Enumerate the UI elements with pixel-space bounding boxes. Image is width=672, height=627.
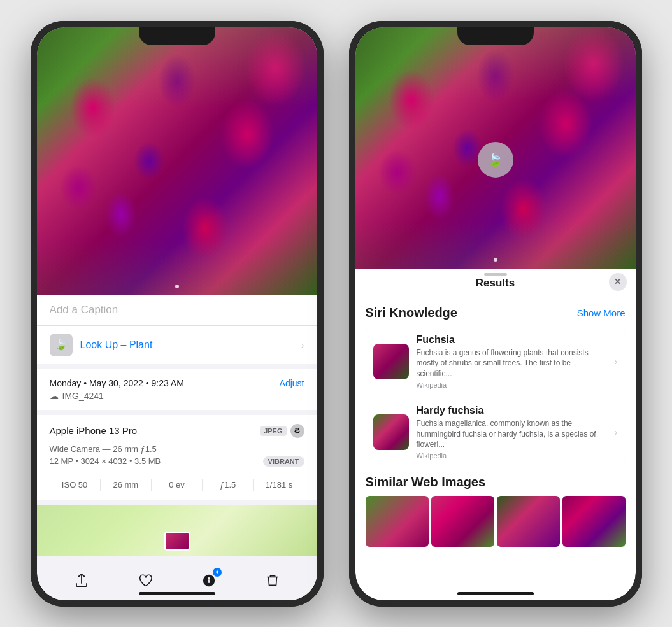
web-images-grid (366, 496, 626, 547)
green-background (37, 27, 317, 295)
exif-shutter: 1/181 s (254, 479, 304, 491)
meta-date: Monday • May 30, 2022 • 9:23 AM (50, 378, 184, 388)
lookup-icon: 🍃 (50, 334, 73, 356)
info-badge: ✦ (213, 568, 222, 577)
meta-filename-row: ☁ IMG_4241 (50, 391, 304, 401)
map-mini-photo (164, 532, 190, 551)
favorite-button[interactable] (131, 567, 159, 595)
home-indicator (139, 592, 215, 595)
chevron-fuchsia: › (615, 356, 618, 367)
caption-placeholder: Add a Caption (50, 304, 118, 316)
results-content: Siri Knowledge Show More Fuchsia Fuchsia… (355, 295, 636, 558)
mp-row: 12 MP • 3024 × 4032 • 3.5 MB VIBRANT (50, 456, 304, 467)
fuchsia-source: Wikipedia (417, 381, 607, 389)
caption-area[interactable]: Add a Caption (37, 295, 317, 326)
web-image-4[interactable] (562, 496, 626, 547)
phone-2-screen: 🍃 Results ✕ Siri Knowledge Show More (355, 27, 636, 600)
photo-section-2: 🍃 (355, 27, 636, 269)
map-section[interactable] (37, 505, 317, 556)
camera-spec: Wide Camera — 26 mm ƒ1.5 (50, 444, 304, 454)
results-title: Results (476, 277, 515, 290)
drag-handle[interactable] (484, 273, 507, 276)
device-name: Apple iPhone 13 Pro (50, 425, 138, 436)
hardy-source: Wikipedia (417, 452, 607, 460)
badges-row: JPEG ⚙ (260, 424, 304, 438)
info-button[interactable]: ✦ (195, 567, 223, 595)
fuchsia-thumbnail (373, 344, 409, 379)
knowledge-item-hardy[interactable]: Hardy fuchsia Fuchsia magellanica, commo… (366, 397, 626, 467)
vibrant-badge: VIBRANT (263, 456, 304, 467)
phone-1-screen: Add a Caption 🍃 Look Up – Plant › Monday… (37, 27, 317, 600)
info-panel: Add a Caption 🍃 Look Up – Plant › Monday… (37, 295, 317, 556)
web-image-3[interactable] (497, 496, 560, 547)
settings-icon[interactable]: ⚙ (290, 424, 304, 438)
hardy-desc: Fuchsia magellanica, commonly known as t… (417, 418, 607, 450)
notch (139, 27, 215, 45)
close-button[interactable]: ✕ (609, 273, 627, 291)
exif-iso: ISO 50 (50, 479, 101, 491)
leaf-icon: 🍃 (55, 339, 68, 351)
phone-2: 🍃 Results ✕ Siri Knowledge Show More (349, 21, 642, 607)
filename-text: IMG_4241 (62, 391, 104, 401)
results-header: Results ✕ (355, 269, 636, 295)
siri-knowledge-header: Siri Knowledge Show More (366, 306, 626, 320)
fuchsia-text: Fuchsia Fuchsia is a genus of flowering … (417, 334, 607, 389)
photo-section (37, 27, 317, 295)
fuchsia-name: Fuchsia (417, 334, 607, 346)
device-row: Apple iPhone 13 Pro JPEG ⚙ (50, 424, 304, 438)
hardy-name: Hardy fuchsia (417, 405, 607, 416)
notch-2 (457, 27, 534, 45)
knowledge-card: Fuchsia Fuchsia is a genus of flowering … (366, 327, 626, 468)
web-images-section: Similar Web Images (366, 475, 626, 547)
adjust-button[interactable]: Adjust (280, 378, 304, 388)
lookup-label: Look Up – Plant (80, 339, 153, 351)
photo-background (37, 27, 317, 295)
cloud-icon: ☁ (50, 391, 59, 401)
exif-ev: 0 ev (152, 479, 203, 491)
meta-section: Monday • May 30, 2022 • 9:23 AM Adjust ☁… (37, 369, 317, 410)
lookup-row[interactable]: 🍃 Look Up – Plant › (37, 326, 317, 364)
chevron-hardy: › (615, 427, 618, 437)
exif-aperture: ƒ1.5 (203, 479, 254, 491)
show-more-button[interactable]: Show More (577, 307, 626, 318)
jpeg-badge: JPEG (260, 426, 286, 436)
knowledge-item-fuchsia[interactable]: Fuchsia Fuchsia is a genus of flowering … (366, 327, 626, 397)
web-image-1[interactable] (366, 496, 429, 547)
chevron-right-icon: › (301, 340, 304, 350)
home-indicator-2 (457, 592, 534, 595)
siri-knowledge-title: Siri Knowledge (366, 306, 457, 320)
web-images-title: Similar Web Images (366, 475, 626, 490)
page-indicator-dot (175, 285, 179, 288)
fuchsia-desc: Fuchsia is a genus of flowering plants t… (417, 348, 607, 379)
delete-button[interactable] (259, 567, 287, 595)
phone-1: Add a Caption 🍃 Look Up – Plant › Monday… (31, 21, 324, 607)
visual-search-button[interactable]: 🍃 (478, 142, 513, 178)
mp-info: 12 MP • 3024 × 4032 • 3.5 MB (50, 456, 161, 466)
device-section: Apple iPhone 13 Pro JPEG ⚙ Wide Camera —… (37, 415, 317, 500)
web-image-2[interactable] (431, 496, 494, 547)
phones-container: Add a Caption 🍃 Look Up – Plant › Monday… (31, 21, 642, 607)
share-button[interactable] (68, 567, 96, 595)
hardy-text: Hardy fuchsia Fuchsia magellanica, commo… (417, 405, 607, 460)
dot-indicator (494, 258, 497, 262)
exif-row: ISO 50 26 mm 0 ev ƒ1.5 1/181 s (50, 472, 304, 491)
meta-date-row: Monday • May 30, 2022 • 9:23 AM Adjust (50, 378, 304, 388)
hardy-thumbnail (373, 414, 409, 450)
results-panel: Results ✕ Siri Knowledge Show More Fuchs… (355, 269, 636, 558)
exif-mm: 26 mm (101, 479, 152, 491)
